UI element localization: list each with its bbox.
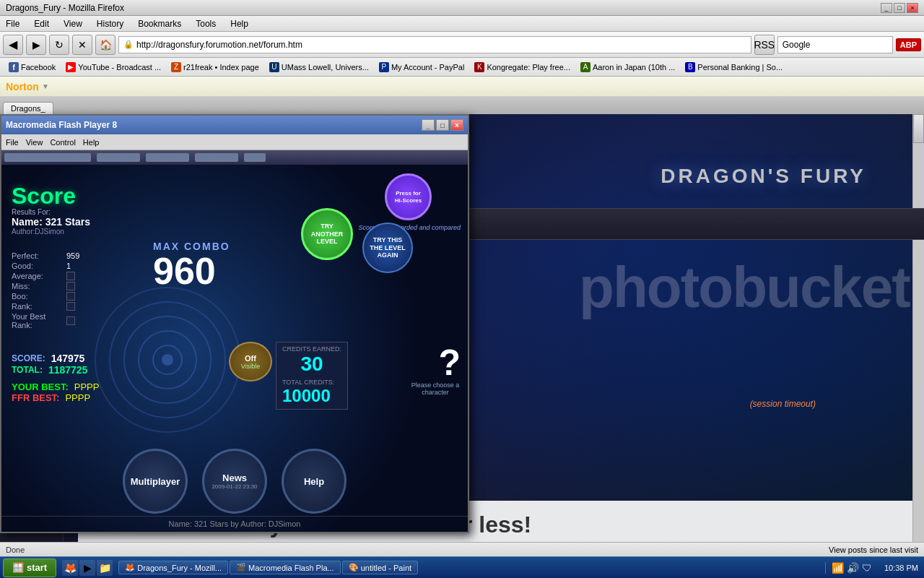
bookmark-banking-label: Personal Banking | So... — [697, 63, 783, 72]
multiplayer-button[interactable]: Multiplayer — [123, 449, 188, 514]
taskbar-paint-icon: 🎨 — [349, 563, 359, 572]
r21freak-icon: Z — [171, 62, 181, 72]
banking-icon: B — [685, 62, 695, 72]
forward-button[interactable]: ▶ — [26, 35, 46, 55]
stat-good-label: Good: — [12, 262, 62, 270]
taskbar-quick-launch: 🦊 ▶ 📁 — [62, 560, 113, 576]
search-bar[interactable]: Google — [777, 36, 893, 53]
menu-file[interactable]: File — [3, 17, 22, 30]
rss-button[interactable]: RSS — [754, 35, 775, 55]
aaron-icon: A — [580, 62, 590, 72]
try-another-level-button[interactable]: TRYANOTHERLEVEL — [301, 208, 353, 260]
flash-menu-file[interactable]: File — [6, 138, 19, 147]
flash-maximize-button[interactable]: □ — [436, 119, 449, 131]
address-icon: 🔒 — [123, 40, 134, 49]
help-button[interactable]: Help — [282, 449, 346, 514]
stop-button[interactable]: ✕ — [72, 35, 92, 55]
toolbar-seg-5 — [244, 153, 266, 162]
status-bar: Done View posts since last visit — [0, 542, 924, 556]
help-label: Help — [304, 476, 324, 487]
stat-best-rank-box — [66, 316, 75, 325]
total-label: TOTAL: — [12, 365, 43, 375]
flash-minimize-button[interactable]: _ — [422, 119, 435, 131]
page-scrollbar[interactable] — [912, 114, 924, 556]
press-for-hiscores-button[interactable]: Press forHi-Scores — [385, 173, 432, 220]
menu-bookmarks[interactable]: Bookmarks — [135, 17, 184, 30]
score-label: SCORE: — [12, 353, 45, 363]
folder-quicklaunch[interactable]: 📁 — [97, 560, 113, 576]
try-again-button[interactable]: TRY THISTHE LEVELAGAIN — [362, 223, 413, 273]
off-visible-button[interactable]: Off Visible — [229, 342, 272, 381]
menu-help[interactable]: Help — [227, 17, 251, 30]
firefox-quicklaunch[interactable]: 🦊 — [62, 560, 78, 576]
maximize-button[interactable]: □ — [894, 3, 905, 13]
character-select-icon[interactable]: ? — [438, 342, 461, 384]
bookmark-youtube[interactable]: ▶ YouTube - Broadcast ... — [61, 61, 165, 74]
bookmark-umass[interactable]: U UMass Lowell, Univers... — [265, 61, 373, 74]
toolbar-seg-3 — [146, 153, 189, 162]
bookmark-aaron[interactable]: A Aaron in Japan (10th ... — [576, 61, 679, 74]
flash-menu-view[interactable]: View — [26, 138, 43, 147]
score-title: Score — [12, 183, 76, 210]
stat-boo-box — [66, 292, 75, 301]
total-credits-value: 10000 — [282, 386, 341, 406]
bookmark-paypal-label: My Account - PayPal — [391, 63, 465, 72]
bookmark-r21freak[interactable]: Z r21freak • Index page — [167, 61, 263, 74]
max-combo-value: 960 — [153, 252, 230, 290]
flash-toolbar — [1, 150, 468, 165]
stat-miss: Miss: — [12, 282, 79, 290]
back-button[interactable]: ◀ — [3, 35, 23, 55]
browser-titlebar: Dragons_Fury - Mozilla Firefox _ □ × — [0, 0, 924, 16]
bookmark-facebook[interactable]: f Facebook — [4, 61, 60, 74]
norton-dropdown-icon[interactable]: ▼ — [42, 82, 49, 90]
taskbar-flash-icon: 🎬 — [236, 563, 246, 572]
reload-button[interactable]: ↻ — [49, 35, 69, 55]
session-timeout: (session timeout) — [750, 399, 816, 409]
tab-label: Dragons_ — [11, 104, 45, 113]
toolbar-seg-4 — [195, 153, 238, 162]
taskbar-window-flash[interactable]: 🎬 Macromedia Flash Pla... — [230, 561, 341, 574]
menu-tools[interactable]: Tools — [193, 17, 219, 30]
bookmark-facebook-label: Facebook — [21, 63, 56, 72]
menu-history[interactable]: History — [94, 17, 126, 30]
bookmark-youtube-label: YouTube - Broadcast ... — [78, 63, 161, 72]
news-button[interactable]: News 2009-01-22 23:30 — [202, 449, 267, 514]
menu-view[interactable]: View — [61, 17, 85, 30]
bookmark-paypal[interactable]: P My Account - PayPal — [375, 61, 469, 74]
off-label: Off — [245, 354, 256, 363]
your-best-value: PPPP — [74, 381, 100, 392]
home-button[interactable]: 🏠 — [95, 35, 116, 55]
your-best-section: YOUR BEST: PPPP FFR BEST: PPPP — [12, 381, 99, 403]
ffr-best-value: PPPP — [65, 392, 90, 403]
close-button[interactable]: × — [907, 3, 918, 13]
taskbar-window-paint[interactable]: 🎨 untitled - Paint — [342, 561, 418, 574]
adblock-button[interactable]: ABP — [896, 38, 921, 51]
view-posts-link[interactable]: View posts since last visit — [829, 545, 918, 554]
stat-average-box — [66, 272, 75, 280]
address-bar[interactable]: 🔒 http://dragonsfury.forumotion.net/foru… — [118, 36, 751, 53]
address-text: http://dragonsfury.forumotion.net/forum.… — [136, 40, 302, 50]
tab-dragons-fury[interactable]: Dragons_ — [3, 102, 53, 114]
tray-network-icon: 📶 — [832, 562, 844, 574]
menu-edit[interactable]: Edit — [31, 17, 52, 30]
bookmark-banking[interactable]: B Personal Banking | So... — [681, 61, 787, 74]
taskbar-window-firefox[interactable]: 🦊 Dragons_Fury - Mozill... — [118, 561, 228, 574]
start-button[interactable]: 🪟 start — [3, 558, 56, 577]
norton-logo: Norton — [6, 81, 39, 92]
swirl-decoration — [88, 280, 247, 442]
menu-bar: File Edit View History Bookmarks Tools H… — [0, 16, 924, 32]
flash-menu-help[interactable]: Help — [83, 138, 100, 147]
status-right: View posts since last visit — [829, 545, 918, 554]
level-name-bottom: Name: 321 Stars by Author: DJSimon — [1, 516, 468, 528]
score-section: SCORE: 147975 TOTAL: 1187725 — [12, 353, 87, 376]
total-value: 1187725 — [48, 364, 88, 376]
stat-miss-box — [66, 282, 75, 290]
flash-menu-control[interactable]: Control — [50, 138, 75, 147]
scrollbar-thumb[interactable] — [913, 114, 924, 143]
flash-player-window: Macromedia Flash Player 8 _ □ × File Vie… — [0, 114, 469, 533]
flash-close-button[interactable]: × — [450, 119, 463, 131]
media-quicklaunch[interactable]: ▶ — [79, 560, 95, 576]
bookmark-kongregate[interactable]: K Kongregate: Play free... — [470, 61, 575, 74]
content-area: Chatbox 0 @ Halogr @~Z~ ichliebek MrMagi… — [0, 114, 924, 556]
minimize-button[interactable]: _ — [881, 3, 892, 13]
